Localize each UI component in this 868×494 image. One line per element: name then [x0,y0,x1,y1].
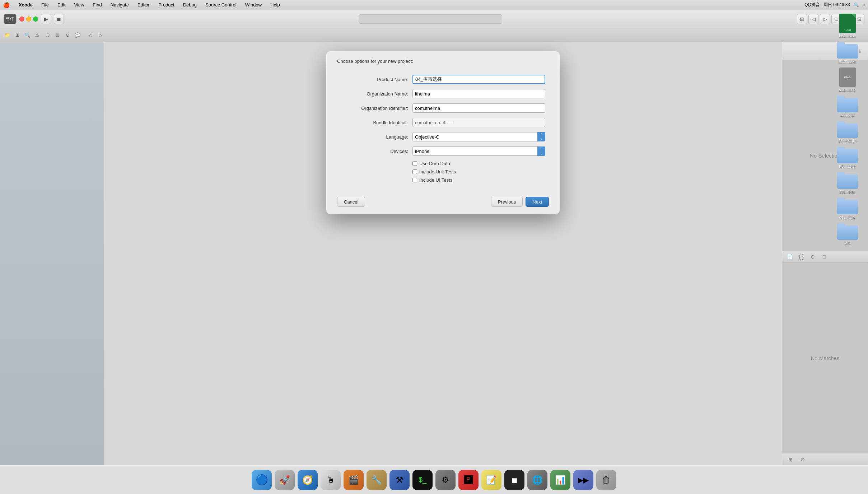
hex-btn[interactable]: ⬡ [43,31,52,39]
menu-view[interactable]: View [73,1,85,8]
menu-product[interactable]: Product [157,1,176,8]
comment-btn[interactable]: 💬 [73,31,82,39]
input-method[interactable]: QQ拼音 [804,2,820,8]
dock-xcode[interactable]: ⚒ [389,470,410,490]
dock-finder[interactable]: 🔵 [252,470,272,490]
search-btn[interactable]: 🔍 [23,31,32,39]
language-select[interactable]: Objective-C Swift [412,132,545,141]
menu-xcode[interactable]: Xcode [17,1,34,8]
include-unit-tests-label[interactable]: Include Unit Tests [419,169,456,174]
desktop-item-folder1[interactable]: 第13...业准 [837,42,858,64]
org-name-label: Organization Name: [341,91,412,97]
dock-media[interactable]: 🎬 [344,470,364,490]
org-name-input[interactable] [412,89,545,98]
desktop-item-folder6-label: ios1...试题 [839,215,856,220]
apple-menu-icon[interactable]: 🍎 [3,1,10,8]
search-icon[interactable]: 🔍 [854,3,859,8]
secondary-toolbar: 📁 ⊞ 🔍 ⚠ ⬡ ▤ ⊙ 💬 ◁ ▷ [0,28,868,42]
dock-safari[interactable]: 🧭 [298,470,318,490]
menu-help[interactable]: Help [269,1,281,8]
menu-editor[interactable]: Editor [136,1,151,8]
minimize-button[interactable] [26,17,31,22]
devices-select[interactable]: iPhone iPad Universal [412,146,545,156]
menu-file[interactable]: File [40,1,50,8]
desktop-item-xlsx1-label: ios1....xlsx [839,34,856,38]
dialog-right-buttons: Previous Next [491,197,549,207]
dock-app-red[interactable]: 🅿 [458,470,479,490]
nav-forward[interactable]: ▷ [96,31,105,39]
table-btn[interactable]: ▤ [53,31,62,39]
devices-row: Devices: iPhone iPad Universal ⌃⌄ [341,146,545,156]
desktop-item-folder7[interactable]: 桌面 [837,223,858,245]
warning-btn[interactable]: ⚠ [33,31,42,39]
fullscreen-button[interactable] [33,17,38,22]
dock-app-multi2[interactable]: 📊 [550,470,570,490]
include-ui-tests-checkbox[interactable] [412,178,417,182]
dock-terminal[interactable]: $_ [412,470,433,490]
stop-button[interactable]: ◼ [54,14,64,24]
include-ui-tests-label[interactable]: Include UI Tests [419,177,452,183]
dock-launchpad[interactable]: 🚀 [275,470,295,490]
product-name-input[interactable] [412,75,545,84]
folder-icon-7 [837,223,858,240]
devices-label: Devices: [341,149,412,154]
menu-edit[interactable]: Edit [56,1,67,8]
menu-window[interactable]: Window [244,1,263,8]
desktop-items-area: XLSX ios1....xlsx 第13...业准 PNG snip....p… [827,10,868,465]
previous-button[interactable]: Previous [491,197,523,207]
desktop-item-folder4[interactable]: KSI...aster [837,147,858,169]
cancel-button[interactable]: Cancel [337,197,365,207]
dock-app-multi3[interactable]: ▶▶ [573,470,593,490]
control-center-icon[interactable]: ≡ [863,3,865,8]
language-select-arrow[interactable]: ⌃⌄ [537,132,545,141]
close-button[interactable] [19,17,24,22]
menu-navigate[interactable]: Navigate [109,1,130,8]
xlsx-icon: XLSX [839,14,856,33]
dock-system-prefs[interactable]: ⚙ [435,470,456,490]
nav-buttons: ◁ ▷ [86,31,105,39]
jump-bar-back[interactable]: ◁ [808,14,818,24]
use-core-data-label[interactable]: Use Core Data [419,161,450,166]
pause-button-container: 暂停 [4,14,17,24]
right-braces-icon[interactable]: { } [797,252,806,261]
play-button[interactable]: ▶ [41,14,51,24]
build-status-bar [359,14,502,24]
dock-tools[interactable]: 🔧 [367,470,387,490]
navigator-toggle[interactable]: ⊞ [797,14,807,24]
right-doc2-icon[interactable]: 📄 [785,252,794,261]
desktop-item-folder5[interactable]: ZJL...etail [837,172,858,194]
next-button[interactable]: Next [526,197,549,207]
include-unit-tests-checkbox[interactable] [412,169,417,174]
list-btn[interactable]: ⊞ [13,31,22,39]
pause-button[interactable]: 暂停 [4,14,17,24]
dock-notes[interactable]: 📝 [481,470,501,490]
folder-icon-3 [837,121,858,138]
folder-icon-btn[interactable]: 📁 [3,31,11,39]
devices-select-arrow[interactable]: ⌃⌄ [537,146,545,156]
org-identifier-input[interactable] [412,103,545,113]
right-bottom-target-icon[interactable]: ⊙ [798,455,807,464]
right-circle-icon[interactable]: ⊙ [808,252,817,261]
devices-select-wrapper: iPhone iPad Universal ⌃⌄ [412,146,545,156]
editor-area: Choose options for your new project: Pro… [104,42,782,465]
dock-app-multi1[interactable]: 🌐 [527,470,547,490]
alt-btn[interactable]: ⊙ [63,31,72,39]
menu-source-control[interactable]: Source Control [204,1,238,8]
nav-back[interactable]: ◁ [86,31,95,39]
desktop-item-png[interactable]: PNG snip....png [839,67,855,92]
menu-bar-right: QQ拼音 周日 09:46:33 🔍 ≡ [804,2,865,8]
menu-debug[interactable]: Debug [182,1,198,8]
right-bottom-expand-icon[interactable]: ⊞ [786,455,795,464]
dock-dark-app[interactable]: ◼ [504,470,524,490]
desktop-item-folder2[interactable]: 车丹分享 [837,96,858,118]
dock-mouse[interactable]: 🖱 [321,470,341,490]
folder-icon-2 [837,96,858,112]
use-core-data-checkbox[interactable] [412,161,417,166]
desktop-item-folder7-label: 桌面 [844,241,851,245]
dock-trash[interactable]: 🗑 [596,470,616,490]
desktop-item-folder3[interactable]: 07-···(优化) [837,121,858,143]
desktop-item-xlsx1[interactable]: XLSX ios1....xlsx [839,14,856,38]
menu-find[interactable]: Find [91,1,103,8]
desktop-item-folder6[interactable]: ios1...试题 [837,198,858,220]
dialog-footer: Cancel Previous Next [326,193,560,207]
